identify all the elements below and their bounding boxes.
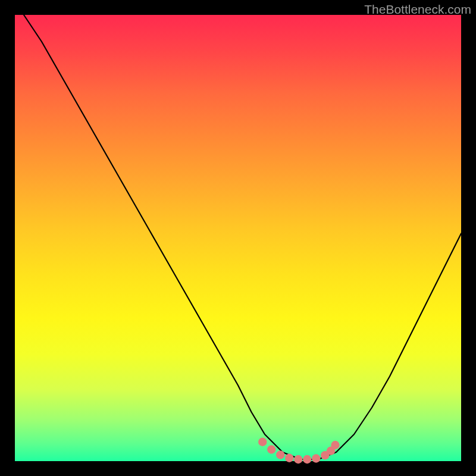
chart-svg	[0, 0, 476, 476]
svg-point-1	[267, 445, 275, 453]
sweet-spot-markers	[258, 438, 340, 464]
svg-point-6	[312, 454, 320, 462]
svg-point-2	[276, 450, 284, 459]
svg-point-5	[303, 455, 311, 464]
chart-container: TheBottleneck.com	[0, 0, 476, 476]
svg-point-0	[258, 438, 267, 446]
svg-point-9	[331, 441, 339, 449]
svg-point-4	[294, 455, 302, 464]
bottleneck-curve	[24, 15, 461, 459]
svg-point-3	[285, 454, 293, 462]
